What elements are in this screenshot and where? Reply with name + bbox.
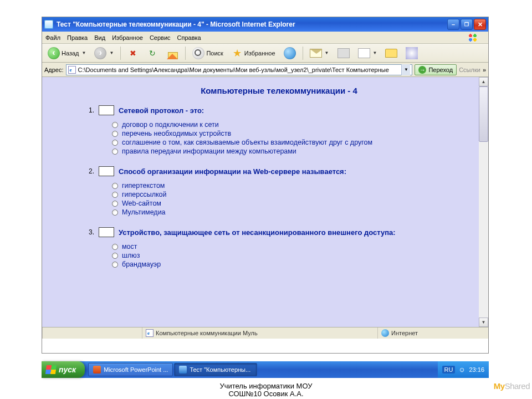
option-text: гиперссылкой	[122, 191, 167, 198]
radio-icon[interactable]	[112, 140, 118, 146]
status-left	[42, 328, 142, 339]
task-ie[interactable]: Тест "Компьютерны...	[174, 363, 257, 376]
menu-view[interactable]: Вид	[94, 34, 105, 41]
option[interactable]: перечень необходимых устройств	[112, 130, 472, 137]
radio-icon[interactable]	[112, 192, 118, 198]
scroll-up-button[interactable]: ▲	[479, 77, 488, 86]
chevron-down-icon: ▼	[82, 50, 86, 55]
status-zone-text: Интернет	[391, 330, 418, 336]
browser-window: Тест "Компьютерные телекоммуникации - 4"…	[42, 17, 489, 354]
radio-icon[interactable]	[112, 253, 118, 259]
windows-flag-icon	[467, 33, 478, 43]
search-button[interactable]: Поиск	[189, 45, 226, 61]
system-tray: RU ⊙ 23:16	[438, 361, 489, 378]
favorites-label: Избранное	[244, 50, 275, 57]
menu-tools[interactable]: Сервис	[150, 34, 171, 41]
mail-button[interactable]: ▼	[306, 47, 332, 59]
address-input[interactable]: C:\Documents and Settings\Александра\Мои…	[66, 64, 413, 75]
option[interactable]: гипертекстом	[112, 182, 472, 190]
back-button[interactable]: Назад ▼	[44, 45, 89, 61]
ie-icon	[44, 20, 53, 29]
answer-input[interactable]	[99, 105, 114, 115]
research-button[interactable]	[402, 45, 421, 61]
answer-input[interactable]	[99, 227, 114, 237]
menubar: Файл Правка Вид Избранное Сервис Справка	[42, 32, 488, 44]
question-text: Способ организации информации на Web-сер…	[119, 167, 346, 176]
forward-button[interactable]: ▼	[91, 45, 117, 61]
radio-icon[interactable]	[112, 201, 118, 207]
scroll-thumb[interactable]	[479, 86, 488, 142]
option[interactable]: гиперссылкой	[112, 191, 472, 198]
globe-icon	[381, 329, 389, 337]
question: 2.Способ организации информации на Web-с…	[86, 166, 472, 216]
refresh-icon: ↻	[147, 48, 158, 59]
scroll-down-button[interactable]: ▼	[479, 318, 488, 327]
option-text: правила передачи информации между компью…	[122, 147, 296, 155]
stop-button[interactable]: ✖	[124, 46, 142, 60]
radio-icon[interactable]	[112, 122, 118, 128]
scroll-track[interactable]	[479, 86, 488, 318]
radio-icon[interactable]	[112, 131, 118, 137]
print-button[interactable]	[334, 47, 353, 60]
task-label: Тест "Компьютерны...	[190, 366, 250, 373]
links-expand[interactable]: »	[483, 66, 486, 73]
status-doc-text: Компьютерные коммуникации Муль	[156, 330, 258, 336]
media-button[interactable]	[280, 45, 299, 61]
answer-input[interactable]	[99, 166, 114, 176]
print-icon	[337, 48, 350, 58]
radio-icon[interactable]	[112, 149, 118, 155]
media-icon	[284, 47, 296, 59]
question-number: 3.	[86, 228, 94, 236]
task-powerpoint[interactable]: Microsoft PowerPoint ...	[88, 363, 173, 376]
address-label: Адрес:	[44, 66, 64, 73]
content-area: ▲ ▼ Компьютерные телекоммуникации - 4 1.…	[42, 77, 488, 328]
menu-file[interactable]: Файл	[45, 34, 60, 41]
option[interactable]: Мультимедиа	[112, 208, 472, 216]
app-icon	[179, 366, 187, 374]
lang-indicator[interactable]: RU	[442, 366, 456, 374]
window-title: Тест "Компьютерные телекоммуникации - 4"…	[57, 21, 447, 28]
tray-icon[interactable]: ⊙	[459, 366, 464, 374]
vertical-scrollbar[interactable]: ▲ ▼	[479, 77, 488, 327]
caption-line2: СОШ№10 Осовик А.А.	[0, 390, 532, 398]
option[interactable]: мост	[112, 243, 472, 250]
clock: 23:16	[469, 366, 484, 373]
option[interactable]: соглашение о том, как связываемые объект…	[112, 139, 472, 146]
status-zone: Интернет	[377, 328, 488, 339]
maximize-button[interactable]: ❐	[461, 19, 473, 30]
option[interactable]: шлюз	[112, 252, 472, 259]
option[interactable]: брандмауэр	[112, 260, 472, 268]
minimize-button[interactable]: –	[447, 19, 459, 30]
back-icon	[48, 47, 60, 59]
question-number: 2.	[86, 167, 94, 175]
option-text: шлюз	[122, 252, 140, 259]
menu-help[interactable]: Справка	[177, 34, 201, 41]
option[interactable]: правила передачи информации между компью…	[112, 147, 472, 155]
app-icon	[93, 366, 101, 374]
titlebar: Тест "Компьютерные телекоммуникации - 4"…	[42, 17, 488, 32]
address-dropdown[interactable]: ▼	[401, 64, 410, 75]
option[interactable]: договор о подключении к сети	[112, 121, 472, 129]
option-text: мост	[122, 243, 137, 250]
menu-favorites[interactable]: Избранное	[112, 34, 143, 41]
close-button[interactable]: ✕	[474, 19, 486, 30]
links-label[interactable]: Ссылки	[459, 66, 480, 73]
page-icon	[68, 66, 76, 74]
edit-button[interactable]: ▼	[355, 47, 381, 60]
go-button[interactable]: → Переход	[415, 64, 457, 75]
radio-icon[interactable]	[112, 209, 118, 216]
home-button[interactable]	[163, 45, 182, 61]
radio-icon[interactable]	[112, 183, 118, 189]
watermark-text: Shared	[505, 381, 530, 391]
favorites-button[interactable]: ★ Избранное	[228, 46, 279, 60]
question: 3.Устройство, защищающее сеть от несанкц…	[86, 227, 472, 268]
folder-button[interactable]	[382, 47, 401, 59]
option-text: гипертекстом	[122, 182, 165, 190]
option[interactable]: Web-сайтом	[112, 200, 472, 207]
menu-edit[interactable]: Правка	[67, 34, 88, 41]
radio-icon[interactable]	[112, 244, 118, 250]
refresh-button[interactable]: ↻	[144, 46, 161, 60]
radio-icon[interactable]	[112, 262, 118, 268]
chevron-down-icon: ▼	[325, 50, 329, 55]
start-button[interactable]: пуск	[42, 361, 85, 378]
